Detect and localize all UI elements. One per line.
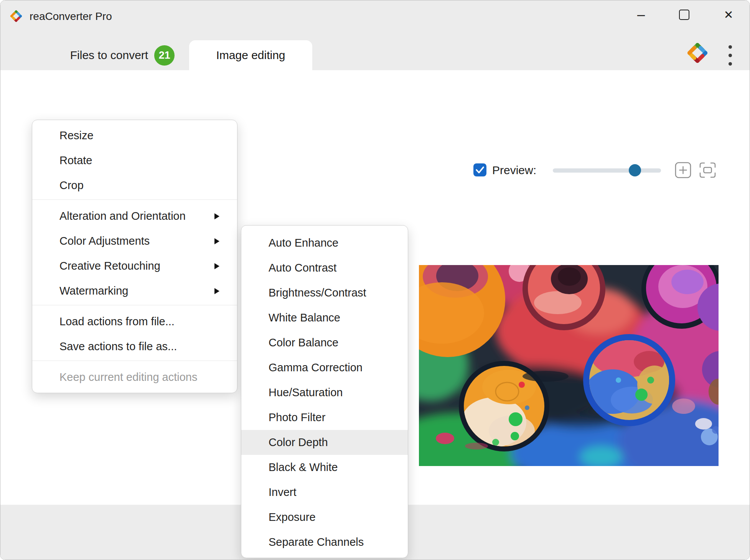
menu-item-rotate[interactable]: Rotate xyxy=(32,148,237,173)
app-logo-icon xyxy=(9,9,23,23)
add-action-menu: ResizeRotateCropAlteration and Orientati… xyxy=(32,120,237,393)
header: reaConverter Pro – ✕ Files to convert 21… xyxy=(0,0,750,70)
menu-item-keep-current-editing-actions: Keep current editing actions xyxy=(32,365,237,390)
more-options-button[interactable] xyxy=(724,43,736,67)
preview-checkbox[interactable] xyxy=(473,163,486,176)
menu-item-photo-filter[interactable]: Photo Filter xyxy=(241,405,408,430)
menu-item-save-actions-to-file-as[interactable]: Save actions to file as... xyxy=(32,334,237,359)
menu-item-invert[interactable]: Invert xyxy=(241,480,408,505)
tab-files-to-convert[interactable]: Files to convert 21 xyxy=(55,40,190,70)
menu-item-resize[interactable]: Resize xyxy=(32,123,237,148)
submenu-arrow-icon xyxy=(214,288,219,294)
kebab-dot xyxy=(729,62,732,66)
checkmark-icon xyxy=(473,163,486,176)
close-button[interactable]: ✕ xyxy=(719,5,738,24)
kebab-dot xyxy=(729,45,732,49)
tab-image-editing[interactable]: Image editing xyxy=(189,40,312,70)
menu-item-color-balance[interactable]: Color Balance xyxy=(241,330,408,355)
minimize-icon: – xyxy=(637,7,645,23)
files-count-badge: 21 xyxy=(154,45,175,66)
maximize-icon xyxy=(679,10,689,20)
menu-item-alteration-and-orientation[interactable]: Alteration and Orientation xyxy=(32,204,237,229)
menu-item-gamma-correction[interactable]: Gamma Correction xyxy=(241,355,408,380)
zoom-window-icon xyxy=(674,161,692,179)
preview-label: Preview: xyxy=(492,163,536,177)
menu-item-creative-retouching[interactable]: Creative Retouching xyxy=(32,254,237,278)
app-logo-large-icon xyxy=(685,40,710,66)
menu-item-hue-saturation[interactable]: Hue/Saturation xyxy=(241,380,408,405)
minimize-button[interactable]: – xyxy=(631,5,651,24)
menu-item-load-actions-from-file[interactable]: Load actions from file... xyxy=(32,309,237,334)
menu-item-color-adjustments[interactable]: Color Adjustments xyxy=(32,229,237,254)
palette-photo xyxy=(419,265,719,466)
preview-zoom-thumb[interactable] xyxy=(629,164,641,176)
menu-item-brightness-contrast[interactable]: Brightness/Contrast xyxy=(241,280,408,305)
kebab-dot xyxy=(729,54,732,57)
menu-item-exposure[interactable]: Exposure xyxy=(241,505,408,530)
zoom-window-button[interactable] xyxy=(674,161,692,180)
fullscreen-icon xyxy=(699,161,717,179)
menu-item-auto-contrast[interactable]: Auto Contrast xyxy=(241,255,408,280)
fullscreen-preview-button[interactable] xyxy=(699,161,717,180)
maximize-button[interactable] xyxy=(674,5,694,24)
menu-item-black-white[interactable]: Black & White xyxy=(241,455,408,480)
menu-separator xyxy=(32,305,237,305)
tab-label: Files to convert xyxy=(70,49,148,62)
color-adjustments-submenu: Auto EnhanceAuto ContrastBrightness/Cont… xyxy=(241,225,408,558)
menu-separator xyxy=(32,199,237,200)
menu-separator xyxy=(32,361,237,361)
app-window: reaConverter Pro – ✕ Files to convert 21… xyxy=(0,0,750,560)
preview-image xyxy=(419,265,719,466)
submenu-arrow-icon xyxy=(214,238,219,244)
menu-item-auto-enhance[interactable]: Auto Enhance xyxy=(241,231,408,255)
menu-item-crop[interactable]: Crop xyxy=(32,173,237,198)
submenu-arrow-icon xyxy=(214,213,219,219)
tab-label: Image editing xyxy=(216,49,285,62)
submenu-arrow-icon xyxy=(214,263,219,269)
menu-item-white-balance[interactable]: White Balance xyxy=(241,305,408,330)
menu-item-color-depth[interactable]: Color Depth xyxy=(241,430,408,455)
close-icon: ✕ xyxy=(724,8,733,21)
window-title: reaConverter Pro xyxy=(30,10,112,23)
preview-zoom-slider[interactable] xyxy=(553,168,661,173)
menu-item-separate-channels[interactable]: Separate Channels xyxy=(241,530,408,555)
menu-item-watermarking[interactable]: Watermarking xyxy=(32,278,237,303)
